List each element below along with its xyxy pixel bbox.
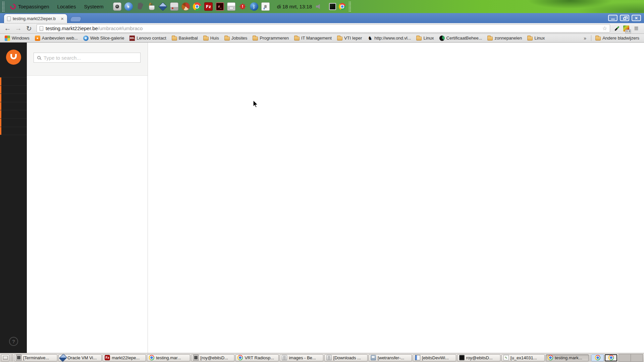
- taskbar-item[interactable]: Fz markt22Iepe...: [103, 354, 146, 361]
- taskbar-tray: [591, 354, 617, 361]
- umbraco-section-sidebar: ?: [0, 43, 27, 353]
- close-button[interactable]: ×: [632, 15, 641, 21]
- sidebar-loading-row[interactable]: [0, 94, 27, 102]
- taskbar-item[interactable]: [Terminalve...: [14, 354, 57, 361]
- menu-applications[interactable]: Toepassingen: [7, 2, 52, 11]
- restore-button[interactable]: [620, 15, 629, 21]
- terminal-window-icon[interactable]: [329, 3, 336, 10]
- bookmark-item[interactable]: DO. Lenovo contact: [127, 35, 168, 42]
- bookmark-item[interactable]: Windows: [2, 35, 32, 42]
- harddrive-icon[interactable]: [170, 2, 178, 11]
- bookmark-item[interactable]: Aanbevolen web...: [33, 35, 80, 42]
- bookmark-star-icon[interactable]: ☆: [602, 25, 607, 32]
- taskbar-item-label: roy@ebitsD...: [466, 355, 498, 360]
- taskbar-item[interactable]: Oracle VM Vi...: [58, 354, 102, 361]
- bookmark-item[interactable]: Linux: [414, 35, 436, 41]
- graphics-tools-icon[interactable]: [147, 2, 156, 11]
- sidebar-loading-row[interactable]: [0, 86, 27, 94]
- virtualbox-icon: [60, 355, 66, 360]
- taskbar-item[interactable]: [roy@ebitsD...: [191, 354, 234, 361]
- sidebar-loading-row[interactable]: [0, 110, 27, 119]
- folder-icon: [172, 37, 177, 41]
- bookmark-item[interactable]: IT Management: [292, 35, 334, 41]
- sidebar-loading-row[interactable]: [0, 102, 27, 111]
- minimize-button[interactable]: [608, 15, 618, 21]
- bookmark-item[interactable]: zonnepanelen: [485, 35, 524, 41]
- forward-button[interactable]: →: [13, 24, 23, 33]
- flemish-lion-icon: [367, 36, 373, 41]
- terminal-red-icon[interactable]: #_: [216, 2, 224, 11]
- tray-button[interactable]: [605, 354, 617, 361]
- new-tab-button[interactable]: [69, 16, 82, 22]
- bookmark-item[interactable]: Huis: [201, 35, 221, 41]
- filezilla-icon[interactable]: Fz: [204, 2, 213, 11]
- taskbar-item-label: [Downloads ...: [333, 355, 366, 360]
- sidebar-loading-row[interactable]: [0, 77, 27, 86]
- bookmark-item[interactable]: e Web Slice-galerie: [81, 35, 127, 42]
- umbraco-logo[interactable]: [6, 50, 21, 65]
- bookmark-item[interactable]: Basketbal: [169, 35, 200, 41]
- virtualbox-icon[interactable]: [159, 2, 167, 11]
- color-picker-icon[interactable]: 0.9: [622, 24, 630, 33]
- terminal-icon: [193, 355, 199, 360]
- tray-button[interactable]: [591, 354, 604, 361]
- back-button[interactable]: ←: [3, 24, 12, 33]
- bookmark-item[interactable]: Programmeren: [250, 35, 291, 41]
- taskbar-item[interactable]: roy@ebitsD...: [457, 354, 500, 361]
- bookmark-item[interactable]: http://www.ond.vl...: [365, 35, 413, 42]
- taskbar-item-label: [u_ex14031...: [511, 355, 543, 360]
- menu-places[interactable]: Locaties: [55, 2, 79, 11]
- panel-clock[interactable]: di 18 mrt, 13:18: [277, 4, 312, 9]
- network-icon[interactable]: [261, 2, 270, 11]
- bookmark-item[interactable]: VTI Ieper: [335, 35, 364, 41]
- address-bar[interactable]: testing.markt22ieper.be/umbraco#/umbraco…: [37, 24, 610, 33]
- bookmark-label: Lenovo contact: [137, 36, 166, 41]
- taskbar-item[interactable]: images - Be...: [280, 354, 323, 361]
- bluetooth-icon[interactable]: [250, 2, 258, 11]
- taskbar-item[interactable]: [u_ex14031...: [501, 354, 545, 361]
- desktop: Toepassingen Locaties Systeem Fz#_ di 18…: [0, 0, 644, 362]
- speaker-icon[interactable]: [113, 2, 121, 11]
- url-text: testing.markt22ieper.be/umbraco#/umbraco: [46, 25, 143, 31]
- workspace-2[interactable]: [631, 354, 643, 362]
- chrome-icon[interactable]: [193, 2, 201, 11]
- bookmark-label: http://www.ond.vl...: [374, 36, 411, 41]
- taskbar-item[interactable]: testing.mar...: [147, 354, 190, 361]
- taskbar-item[interactable]: VRT Radiosp...: [235, 354, 279, 361]
- printer-icon[interactable]: [227, 2, 235, 11]
- panel-drag-handle[interactable]: [348, 1, 351, 12]
- other-bookmarks-button[interactable]: Andere bladwijzers: [593, 35, 642, 41]
- web-browser-icon[interactable]: [124, 2, 133, 11]
- search-box[interactable]: [34, 53, 141, 63]
- bookmark-item[interactable]: Jobsites: [222, 35, 250, 41]
- help-button[interactable]: ?: [9, 337, 18, 346]
- page-content: ?: [0, 43, 644, 353]
- bookmark-item[interactable]: CertificaatBehee...: [437, 35, 485, 42]
- bookmark-item[interactable]: Linux: [525, 35, 547, 41]
- show-desktop-button[interactable]: [1, 354, 9, 361]
- chrome-menu-button[interactable]: ≡: [631, 24, 641, 33]
- panel-drag-handle[interactable]: [2, 1, 5, 12]
- disk-usage-icon[interactable]: [181, 2, 190, 11]
- sidebar-loading-row[interactable]: [0, 127, 27, 135]
- reload-button[interactable]: ↻: [24, 24, 34, 33]
- taskbar-item-label: [wetransfer-...: [378, 355, 410, 360]
- volume-icon[interactable]: [315, 2, 323, 11]
- chrome-icon[interactable]: [339, 3, 346, 10]
- eyedropper-icon[interactable]: [613, 24, 621, 33]
- taskbar-item[interactable]: testing.mark...: [546, 354, 589, 361]
- browser-tab[interactable]: testing.markt22ieper.b ×: [4, 14, 67, 23]
- taskbar-drag-handle[interactable]: [10, 354, 13, 361]
- bookmarks-overflow-chevron[interactable]: »: [581, 36, 589, 41]
- alert-icon[interactable]: [238, 2, 247, 11]
- umbraco-search-input[interactable]: [44, 55, 137, 61]
- taskbar-item-label: [roy@ebitsD...: [200, 355, 232, 360]
- menu-system[interactable]: Systeem: [81, 2, 106, 11]
- sidebar-loading-row[interactable]: [0, 119, 27, 127]
- tab-close-icon[interactable]: ×: [60, 16, 64, 21]
- workspace-1[interactable]: [619, 354, 631, 362]
- gnome-foot-icon[interactable]: [136, 2, 144, 11]
- taskbar-item[interactable]: [wetransfer-...: [369, 354, 412, 361]
- taskbar-item[interactable]: [ebitsDevWi...: [413, 354, 456, 361]
- taskbar-item[interactable]: [Downloads ...: [324, 354, 368, 361]
